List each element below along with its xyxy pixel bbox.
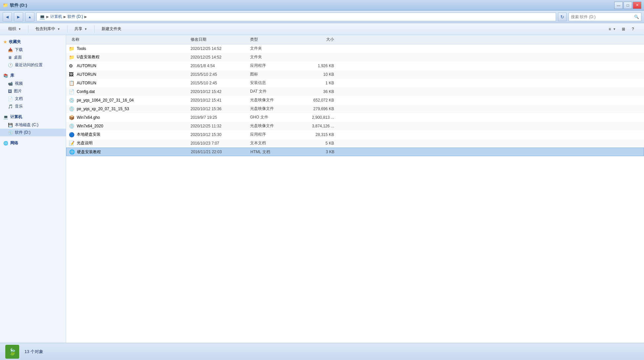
file-area: 名称 修改日期 类型 大小 📁 Tools 2020/12/25 14:52 文… [66, 35, 644, 343]
breadcrumb-computer[interactable]: 计算机 [50, 14, 62, 20]
table-row[interactable]: 💿 pe_yqs_1064_20_07_31_16_04 2020/10/12 … [66, 96, 644, 105]
sidebar-item-desktop[interactable]: 🖥 桌面 [0, 54, 66, 61]
organize-button[interactable]: 组织 ▼ [4, 24, 25, 34]
table-row[interactable]: 📁 Tools 2020/12/25 14:52 文件夹 [66, 44, 644, 53]
libraries-header[interactable]: 📚 库 [0, 71, 66, 80]
file-date: 2020/12/25 11:32 [188, 124, 247, 128]
file-date: 2020/10/12 15:41 [188, 98, 247, 103]
file-date: 2016/1/8 4:54 [188, 64, 247, 68]
file-name: 硬盘安装教程 [77, 149, 188, 155]
file-type-icon: 🌐 [69, 149, 76, 155]
sidebar-item-image[interactable]: 🖼 图片 [0, 87, 66, 95]
sidebar-item-drive-c[interactable]: 💾 本地磁盘 (C:) [0, 121, 66, 129]
breadcrumb-sep-1: ▶ [46, 15, 49, 19]
table-row[interactable]: 🔵 本地硬盘安装 2020/10/12 15:30 应用程序 28,315 KB [66, 130, 644, 139]
forward-button[interactable]: ► [14, 12, 23, 22]
file-type-icon: 📁 [69, 46, 75, 51]
up-button[interactable]: ▲ [25, 12, 34, 22]
include-library-button[interactable]: 包含到库中 ▼ [31, 24, 64, 34]
status-app-icon: 🍃 [8, 348, 17, 356]
sidebar-item-music[interactable]: 🎵 音乐 [0, 103, 66, 110]
favorites-label: 收藏夹 [9, 39, 21, 45]
file-date: 2020/10/12 15:42 [188, 89, 247, 94]
share-dropdown-icon: ▼ [84, 27, 87, 31]
col-name-header[interactable]: 名称 [69, 37, 188, 42]
organize-label: 组织 [8, 26, 16, 32]
file-date: 2016/10/23 7:07 [188, 141, 247, 146]
refresh-button[interactable]: ↻ [558, 13, 567, 21]
search-input[interactable] [571, 15, 634, 19]
table-row[interactable]: 📋 AUTORUN 2015/5/10 2:45 安装信息 1 KB [66, 79, 644, 87]
file-name: AUTORUN [77, 72, 188, 77]
breadcrumb-drive[interactable]: 软件 (D:) [67, 14, 83, 20]
new-folder-button[interactable]: 新建文件夹 [97, 24, 126, 34]
help-button[interactable]: ? [631, 24, 640, 34]
col-size-header[interactable]: 大小 [294, 37, 337, 42]
file-type-icon: 🖼 [69, 72, 75, 77]
col-date-header[interactable]: 修改日期 [188, 37, 247, 42]
file-type: GHO 文件 [247, 114, 294, 120]
file-type: 图标 [247, 71, 294, 77]
sidebar-item-drive-c-label: 本地磁盘 (C:) [15, 122, 38, 128]
file-type: 文件夹 [247, 54, 294, 60]
table-row[interactable]: 💿 Win7x64_2020 2020/12/25 11:32 光盘映像文件 3… [66, 122, 644, 130]
network-header[interactable]: 🌐 网络 [0, 139, 66, 147]
file-size: 3 KB [294, 150, 337, 154]
favorites-header[interactable]: ★ 收藏夹 [0, 38, 66, 46]
file-size: 1,926 KB [294, 64, 337, 68]
file-name: pe_yqs_xp_20_07_31_15_53 [77, 107, 188, 111]
layout-icon: ⊞ [622, 27, 625, 31]
computer-header[interactable]: 💻 计算机 [0, 113, 66, 121]
col-type-header[interactable]: 类型 [247, 37, 294, 42]
file-date: 2015/5/10 2:45 [188, 72, 247, 77]
breadcrumb: 💻 ▶ 计算机 ▶ 软件 (D:) ▶ [36, 13, 556, 21]
breadcrumb-sep-2: ▶ [64, 15, 66, 19]
sidebar-item-recent-label: 最近访问的位置 [15, 62, 43, 68]
favorites-section: ★ 收藏夹 📥 下载 🖥 桌面 🕐 最近访问的位置 [0, 38, 66, 69]
back-button[interactable]: ◄ [3, 12, 12, 22]
close-button[interactable]: ✕ [633, 2, 641, 9]
table-row[interactable]: 📦 Win7x64.gho 2019/9/7 19:25 GHO 文件 2,90… [66, 113, 644, 122]
table-row[interactable]: ⚙ AUTORUN 2016/1/8 4:54 应用程序 1,926 KB [66, 62, 644, 70]
file-date: 2020/10/12 15:30 [188, 132, 247, 137]
sidebar-item-drive-d[interactable]: 💿 软件 (D:) [0, 129, 66, 136]
table-row[interactable]: 🌐 硬盘安装教程 2016/11/21 22:03 HTML 文档 3 KB [66, 148, 644, 156]
table-row[interactable]: 🖼 AUTORUN 2015/5/10 2:45 图标 10 KB [66, 70, 644, 79]
status-bar: 🍃 13 个对象 [0, 343, 644, 360]
layout-button[interactable]: ⊞ [622, 24, 630, 34]
table-row[interactable]: 💿 pe_yqs_xp_20_07_31_15_53 2020/10/12 15… [66, 105, 644, 113]
computer-label: 计算机 [10, 114, 22, 120]
table-row[interactable]: 📄 Config.dat 2020/10/12 15:42 DAT 文件 36 … [66, 87, 644, 96]
search-icon: 🔍 [634, 15, 639, 19]
share-button[interactable]: 共享 ▼ [70, 24, 92, 34]
sidebar-item-recent[interactable]: 🕐 最近访问的位置 [0, 61, 66, 69]
file-type: DAT 文件 [247, 89, 294, 94]
view-button[interactable]: ≡ ▼ [604, 24, 620, 34]
sidebar-item-video[interactable]: 📹 视频 [0, 80, 66, 87]
file-date: 2016/11/21 22:03 [188, 150, 248, 154]
sidebar-item-music-label: 音乐 [15, 104, 23, 109]
computer-section: 💻 计算机 💾 本地磁盘 (C:) 💿 软件 (D:) [0, 113, 66, 136]
libraries-label: 库 [10, 73, 14, 78]
file-type-icon: 📁 [69, 55, 75, 60]
maximize-button[interactable]: □ [623, 2, 632, 9]
file-date: 2015/5/10 2:45 [188, 81, 247, 85]
toolbar-separator-2 [67, 25, 67, 33]
file-type: 文本文档 [247, 140, 294, 146]
table-row[interactable]: 📁 U盘安装教程 2020/12/25 14:52 文件夹 [66, 53, 644, 62]
sidebar-item-download[interactable]: 📥 下载 [0, 46, 66, 54]
sidebar-item-video-label: 视频 [15, 81, 23, 86]
new-folder-label: 新建文件夹 [102, 26, 121, 32]
file-type: 应用程序 [247, 132, 294, 137]
minimize-button[interactable]: — [614, 2, 623, 9]
recent-icon: 🕐 [8, 63, 13, 68]
sidebar-item-document[interactable]: 📄 文档 [0, 95, 66, 103]
sidebar-item-download-label: 下载 [15, 47, 23, 53]
file-name: AUTORUN [77, 64, 188, 68]
file-type-icon: 💿 [69, 123, 75, 129]
file-name: Tools [77, 46, 188, 51]
drive-d-icon: 💿 [8, 130, 13, 135]
status-icon: 🍃 [5, 345, 19, 359]
favorites-star-icon: ★ [3, 40, 7, 44]
table-row[interactable]: 📝 光盘说明 2016/10/23 7:07 文本文档 5 KB [66, 139, 644, 148]
